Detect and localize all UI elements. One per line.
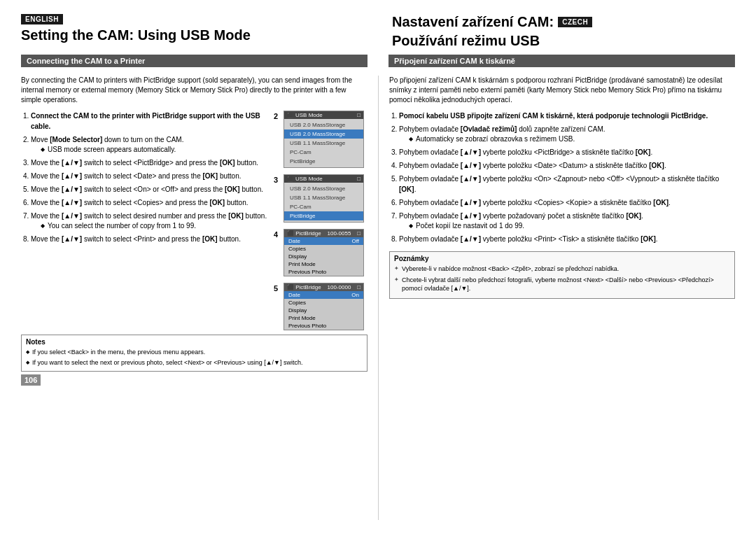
poznamky-box: Poznámky Vyberete-li v nabídce možnost <… — [389, 251, 735, 299]
screen-5-wrapper: 5 ⬛ PictBridge 100-0000 □ DateOn Copies … — [284, 283, 368, 330]
list-item: Connect the CAM to the printer with Pict… — [31, 111, 279, 132]
screen-2-title: ⬛ USB Mode □ — [284, 111, 363, 119]
list-item: Print Mode — [284, 314, 363, 322]
list-item: Pohybem ovladače [▲/▼] vyberte položku <… — [399, 160, 735, 171]
notes-title: Notes — [26, 338, 363, 346]
screen-3-title: ⬛ USB Mode □ — [284, 175, 363, 183]
list-item: Move the [▲/▼] switch to select desired … — [31, 211, 279, 231]
screen-5: ⬛ PictBridge 100-0000 □ DateOn Copies Di… — [284, 283, 364, 330]
list-item: Pohybem ovladače [▲/▼] vyberte položku <… — [399, 234, 735, 244]
left-main-title: Setting the CAM: Using USB Mode — [21, 27, 378, 43]
header-row: ENGLISH Setting the CAM: Using USB Mode … — [21, 14, 735, 49]
list-item: USB 1.1 MassStorage — [284, 193, 363, 202]
list-item: Pohybem ovladače [▲/▼] vyberte položku <… — [399, 197, 735, 208]
list-item: Move the [▲/▼] switch to select <PictBri… — [31, 157, 279, 168]
page-num-row: 106 — [21, 374, 368, 386]
list-item: Move the [▲/▼] switch to select <On> or … — [31, 184, 279, 195]
list-item: Copies — [284, 299, 363, 307]
list-item: DateOff — [284, 237, 363, 245]
list-item: Previous Photo — [284, 268, 363, 276]
page: ENGLISH Setting the CAM: Using USB Mode … — [0, 0, 756, 534]
list-item: USB 1.1 MassStorage — [284, 139, 363, 148]
right-title-line1: Nastavení zařízení CAM: — [392, 14, 554, 30]
list-item: Move the [▲/▼] switch to select <Print> … — [31, 234, 279, 244]
left-column: By connecting the CAM to printers with P… — [21, 76, 378, 520]
bullet-item: Počet kopií lze nastavit od 1 do 99. — [409, 221, 735, 231]
screen-4-header: ⬛ PictBridge 100-0055 □ — [284, 230, 363, 237]
english-badge: ENGLISH — [21, 14, 63, 24]
screen-3-wrapper: 3 ⬛ USB Mode □ USB 2.0 MassStorage USB 1… — [284, 174, 368, 223]
list-item: USB 2.0 MassStorage — [284, 184, 363, 193]
left-intro: By connecting the CAM to printers with P… — [21, 76, 368, 105]
list-item: Display — [284, 253, 363, 260]
note-item: If you want to select the next or previo… — [26, 358, 363, 367]
right-section-header: Připojení zařízení CAM k tiskárně — [388, 55, 735, 67]
screen-4: ⬛ PictBridge 100-0055 □ DateOff Copies D… — [284, 229, 364, 276]
section-headers: Connecting the CAM to a Printer Připojen… — [21, 55, 735, 71]
list-item: USB 2.0 MassStorage — [284, 129, 363, 139]
list-item: Pohybem ovladače [▲/▼] vyberte položku <… — [399, 174, 735, 195]
right-title-line2: Používání režimu USB — [392, 32, 735, 49]
notes-box: Notes If you select <Back> in the menu, … — [21, 335, 368, 372]
list-item: PictBridge — [284, 211, 363, 220]
list-item: Display — [284, 307, 363, 314]
right-ol: Pomocí kabelu USB připojte zařízení CAM … — [389, 111, 735, 244]
left-steps-list: Connect the CAM to the printer with Pict… — [21, 111, 279, 330]
screen-num-5: 5 — [274, 284, 278, 293]
list-item: Pohybem ovladače [Ovladač režimů] dolů z… — [399, 124, 735, 144]
left-steps-area: Connect the CAM to the printer with Pict… — [21, 111, 368, 330]
screen-2-menu: USB 2.0 MassStorage USB 2.0 MassStorage … — [284, 119, 363, 167]
list-item: Pohybem ovladače [▲/▼] vyberte položku <… — [399, 147, 735, 157]
poznamky-title: Poznámky — [394, 255, 730, 262]
list-item: PC-Cam — [284, 148, 363, 157]
list-item: Move [Mode Selector] down to turn on the… — [31, 134, 279, 155]
screen-2: ⬛ USB Mode □ USB 2.0 MassStorage USB 2.0… — [284, 111, 364, 168]
right-column: Po připojení zařízení CAM k tiskárnám s … — [378, 76, 735, 520]
list-item: PictBridge — [284, 157, 363, 166]
screen-num-4: 4 — [274, 230, 278, 239]
screen-num-2: 2 — [274, 112, 278, 120]
screen-3-menu: USB 2.0 MassStorage USB 1.1 MassStorage … — [284, 183, 363, 222]
screen-4-wrapper: 4 ⬛ PictBridge 100-0055 □ DateOff Copies… — [284, 229, 368, 276]
right-intro: Po připojení zařízení CAM k tiskárnám s … — [389, 76, 735, 105]
screen-5-content: DateOn Copies Display Print Mode Previou… — [284, 291, 363, 330]
list-item: Copies — [284, 245, 363, 253]
list-item: PC-Cam — [284, 202, 363, 211]
bullet-item: You can select the number of copy from 1… — [41, 221, 279, 231]
screen-5-header: ⬛ PictBridge 100-0000 □ — [284, 283, 363, 291]
poznamky-items: Vyberete-li v nabídce možnost <Back> <Zp… — [394, 265, 730, 293]
list-item: Pomocí kabelu USB připojte zařízení CAM … — [399, 111, 735, 121]
left-section-header: Connecting the CAM to a Printer — [21, 55, 368, 67]
screen-4-content: DateOff Copies Display Print Mode Previo… — [284, 237, 363, 276]
right-steps: Pomocí kabelu USB připojte zařízení CAM … — [389, 111, 735, 247]
screenshots-column: 2 ⬛ USB Mode □ USB 2.0 MassStorage USB 2… — [284, 111, 368, 330]
list-item: Move the [▲/▼] switch to select <Copies>… — [31, 197, 279, 208]
content-area: By connecting the CAM to printers with P… — [21, 76, 735, 520]
list-item: Pohybem ovladače [▲/▼] vyberte požadovan… — [399, 211, 735, 231]
list-item: Move the [▲/▼] switch to select <Date> a… — [31, 171, 279, 181]
poz-item: Vyberete-li v nabídce možnost <Back> <Zp… — [394, 265, 730, 274]
poz-item: Chcete-li vybrat další nebo předchozí fo… — [394, 276, 730, 293]
notes-items: If you select <Back> in the menu, the pr… — [26, 348, 363, 367]
left-ol: Connect the CAM to the printer with Pict… — [21, 111, 279, 244]
page-number: 106 — [21, 374, 41, 386]
list-item: Print Mode — [284, 260, 363, 268]
list-item: USB 2.0 MassStorage — [284, 120, 363, 129]
list-item: DateOn — [284, 291, 363, 299]
screen-2-wrapper: 2 ⬛ USB Mode □ USB 2.0 MassStorage USB 2… — [284, 111, 368, 168]
right-header: Nastavení zařízení CAM: CZECH Používání … — [378, 14, 735, 49]
screen-3: ⬛ USB Mode □ USB 2.0 MassStorage USB 1.1… — [284, 174, 364, 223]
list-item: Previous Photo — [284, 322, 363, 330]
bullet-item: Automaticky se zobrazí obrazovka s režim… — [409, 134, 735, 144]
czech-badge: CZECH — [558, 17, 592, 27]
left-header: ENGLISH Setting the CAM: Using USB Mode — [21, 14, 378, 49]
screen-num-3: 3 — [274, 176, 278, 184]
note-item: If you select <Back> in the menu, the pr… — [26, 348, 363, 357]
bullet-item: USB mode screen appears automatically. — [41, 145, 279, 155]
